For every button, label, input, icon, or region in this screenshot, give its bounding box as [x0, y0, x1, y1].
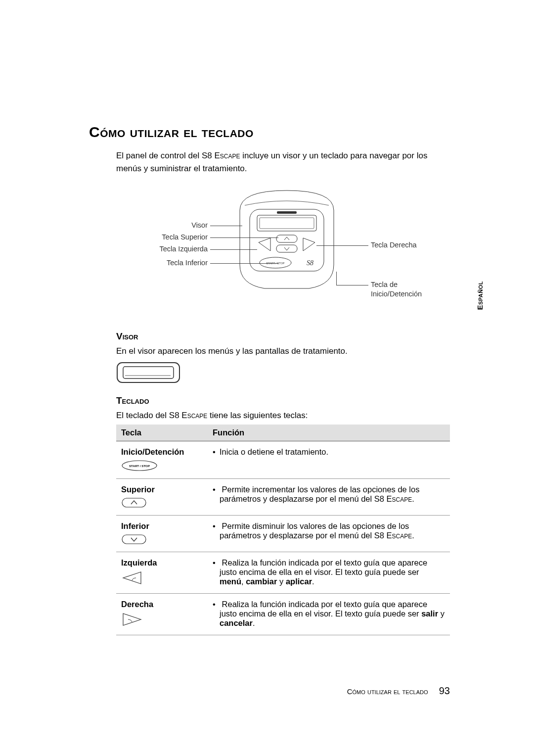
- table-row: Inferior Permite disminuir los valores d…: [116, 516, 450, 552]
- left-key-icon: [121, 570, 203, 585]
- table-row: Superior Permite incrementar los valores…: [116, 479, 450, 516]
- svg-text:START / STOP: START / STOP: [267, 262, 285, 265]
- language-tab: Español: [476, 281, 484, 310]
- teclado-body: El teclado del S8 Escape tiene las sigui…: [116, 409, 450, 422]
- svg-rect-8: [277, 211, 297, 214]
- table-row: Izquierda Realiza la función indicada po…: [116, 552, 450, 594]
- visor-icon: [116, 362, 450, 383]
- page-content: Cómo utilizar el teclado El panel de con…: [0, 0, 534, 675]
- table-row: Inicio/Detención START / STOP Inicia o d…: [116, 441, 450, 479]
- page-title: Cómo utilizar el teclado: [89, 124, 450, 141]
- svg-rect-15: [122, 535, 146, 544]
- device-diagram: Visor Tecla Superior Tecla Izquierda Tec…: [89, 186, 450, 319]
- svg-rect-3: [276, 235, 297, 242]
- key-name: Izquierda: [121, 558, 157, 567]
- intro-text: El panel de control del S8 Escape incluy…: [89, 149, 450, 175]
- heading-teclado: Teclado: [116, 395, 450, 406]
- svg-text:START / STOP: START / STOP: [129, 464, 150, 468]
- right-key-icon: [121, 612, 203, 627]
- key-desc: Permite disminuir los valores de las opc…: [220, 521, 445, 540]
- label-tecla-inicio-l1: Tecla de: [371, 281, 398, 288]
- key-desc: Realiza la función indicada por el texto…: [220, 600, 445, 628]
- teclado-device: S8 Escape: [169, 411, 208, 420]
- svg-rect-14: [122, 498, 146, 507]
- key-desc: Permite incrementar los valores de las o…: [220, 485, 445, 504]
- label-tecla-izquierda: Tecla Izquierda: [131, 245, 208, 253]
- svg-rect-10: [123, 367, 174, 378]
- heading-visor: Visor: [116, 331, 450, 342]
- svg-rect-9: [117, 363, 179, 382]
- key-name: Derecha: [121, 600, 153, 609]
- start-stop-key-icon: START / STOP: [121, 460, 203, 472]
- label-tecla-inicio-l2: Inicio/Detención: [371, 290, 422, 298]
- svg-rect-4: [276, 245, 297, 252]
- label-tecla-inferior: Tecla Inferior: [131, 259, 208, 267]
- key-name: Superior: [121, 485, 155, 494]
- table-row: Derecha Realiza la función indicada por …: [116, 594, 450, 635]
- footer-title: Cómo utilizar el teclado: [347, 687, 428, 696]
- key-name: Inicio/Detención: [121, 447, 184, 456]
- key-desc: Inicia o detiene el tratamiento.: [220, 447, 445, 457]
- key-desc: Realiza la función indicada por el texto…: [220, 558, 445, 586]
- label-tecla-derecha: Tecla Derecha: [371, 241, 417, 249]
- svg-text:S8: S8: [307, 259, 313, 267]
- device-illustration: START / STOP S8: [230, 186, 344, 294]
- key-name: Inferior: [121, 521, 149, 530]
- teclado-before: El teclado del: [116, 411, 169, 420]
- up-key-icon: [121, 497, 203, 508]
- th-funcion: Función: [208, 425, 450, 441]
- page-number: 93: [439, 685, 450, 696]
- intro-before: El panel de control del: [116, 151, 202, 160]
- intro-device: S8 Escape: [202, 151, 240, 160]
- keys-table: Tecla Función Inicio/Detención START / S…: [116, 425, 450, 635]
- down-key-icon: [121, 534, 203, 545]
- label-tecla-superior: Tecla Superior: [131, 233, 208, 241]
- page-footer: Cómo utilizar el teclado 93: [347, 685, 450, 697]
- visor-body: En el visor aparecen los menús y las pan…: [116, 345, 450, 358]
- svg-rect-2: [260, 218, 314, 229]
- label-visor: Visor: [131, 221, 208, 229]
- teclado-after: tiene las siguientes teclas:: [207, 411, 308, 420]
- th-tecla: Tecla: [116, 425, 208, 441]
